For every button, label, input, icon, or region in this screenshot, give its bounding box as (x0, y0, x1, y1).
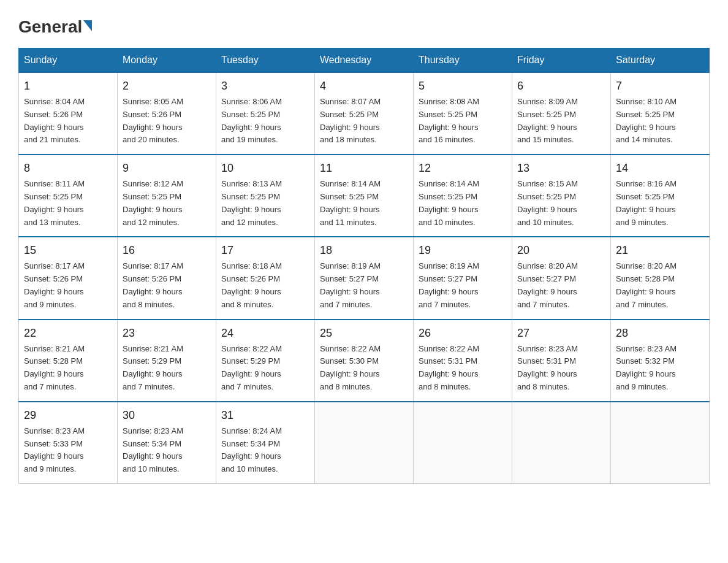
day-info: Sunrise: 8:22 AMSunset: 5:31 PMDaylight:… (419, 343, 507, 394)
day-number: 21 (616, 242, 704, 259)
calendar-day-cell: 1Sunrise: 8:04 AMSunset: 5:26 PMDaylight… (19, 72, 118, 155)
day-info: Sunrise: 8:17 AMSunset: 5:26 PMDaylight:… (123, 260, 211, 311)
day-number: 19 (419, 242, 507, 259)
calendar-day-cell: 12Sunrise: 8:14 AMSunset: 5:25 PMDayligh… (414, 155, 512, 237)
logo: General (18, 18, 92, 36)
calendar-day-cell: 8Sunrise: 8:11 AMSunset: 5:25 PMDaylight… (19, 155, 118, 237)
calendar-day-cell: 4Sunrise: 8:07 AMSunset: 5:25 PMDaylight… (315, 72, 414, 155)
day-info: Sunrise: 8:05 AMSunset: 5:26 PMDaylight:… (123, 96, 211, 147)
calendar-day-cell (512, 402, 611, 484)
calendar-day-cell: 19Sunrise: 8:19 AMSunset: 5:27 PMDayligh… (414, 237, 512, 319)
calendar-day-cell: 9Sunrise: 8:12 AMSunset: 5:25 PMDaylight… (118, 155, 216, 237)
day-info: Sunrise: 8:23 AMSunset: 5:33 PMDaylight:… (24, 425, 112, 476)
calendar-day-cell: 18Sunrise: 8:19 AMSunset: 5:27 PMDayligh… (315, 237, 414, 319)
day-info: Sunrise: 8:09 AMSunset: 5:25 PMDaylight:… (517, 96, 605, 147)
day-number: 14 (616, 160, 704, 177)
calendar-week-row: 22Sunrise: 8:21 AMSunset: 5:28 PMDayligh… (19, 320, 710, 402)
logo-arrow-icon (83, 20, 92, 31)
day-info: Sunrise: 8:04 AMSunset: 5:26 PMDaylight:… (24, 96, 112, 147)
calendar-day-cell: 3Sunrise: 8:06 AMSunset: 5:25 PMDaylight… (216, 72, 315, 155)
day-info: Sunrise: 8:14 AMSunset: 5:25 PMDaylight:… (320, 178, 408, 229)
day-number: 28 (616, 325, 704, 342)
calendar-day-cell: 2Sunrise: 8:05 AMSunset: 5:26 PMDaylight… (118, 72, 216, 155)
day-number: 18 (320, 242, 408, 259)
calendar-week-row: 8Sunrise: 8:11 AMSunset: 5:25 PMDaylight… (19, 155, 710, 237)
day-info: Sunrise: 8:07 AMSunset: 5:25 PMDaylight:… (320, 96, 408, 147)
day-number: 27 (517, 325, 605, 342)
day-number: 15 (24, 242, 112, 259)
day-info: Sunrise: 8:16 AMSunset: 5:25 PMDaylight:… (616, 178, 704, 229)
calendar-day-cell: 16Sunrise: 8:17 AMSunset: 5:26 PMDayligh… (118, 237, 216, 319)
calendar-day-cell (611, 402, 710, 484)
day-info: Sunrise: 8:19 AMSunset: 5:27 PMDaylight:… (419, 260, 507, 311)
day-number: 6 (517, 78, 605, 94)
calendar-week-row: 1Sunrise: 8:04 AMSunset: 5:26 PMDaylight… (19, 72, 710, 155)
day-info: Sunrise: 8:10 AMSunset: 5:25 PMDaylight:… (616, 96, 704, 147)
day-info: Sunrise: 8:23 AMSunset: 5:34 PMDaylight:… (123, 425, 211, 476)
day-number: 25 (320, 325, 408, 342)
calendar-day-cell: 20Sunrise: 8:20 AMSunset: 5:27 PMDayligh… (512, 237, 611, 319)
day-info: Sunrise: 8:24 AMSunset: 5:34 PMDaylight:… (221, 425, 309, 476)
calendar-header-row: SundayMondayTuesdayWednesdayThursdayFrid… (19, 48, 710, 73)
calendar-day-cell (315, 402, 414, 484)
header-sunday: Sunday (19, 48, 118, 73)
day-number: 7 (616, 78, 704, 94)
day-info: Sunrise: 8:19 AMSunset: 5:27 PMDaylight:… (320, 260, 408, 311)
calendar-week-row: 29Sunrise: 8:23 AMSunset: 5:33 PMDayligh… (19, 402, 710, 484)
calendar-day-cell: 25Sunrise: 8:22 AMSunset: 5:30 PMDayligh… (315, 320, 414, 402)
day-info: Sunrise: 8:18 AMSunset: 5:26 PMDaylight:… (221, 260, 309, 311)
calendar-day-cell: 26Sunrise: 8:22 AMSunset: 5:31 PMDayligh… (414, 320, 512, 402)
header-monday: Monday (118, 48, 216, 73)
logo-general: General (18, 18, 92, 36)
calendar-day-cell: 10Sunrise: 8:13 AMSunset: 5:25 PMDayligh… (216, 155, 315, 237)
calendar-day-cell: 13Sunrise: 8:15 AMSunset: 5:25 PMDayligh… (512, 155, 611, 237)
calendar-day-cell: 17Sunrise: 8:18 AMSunset: 5:26 PMDayligh… (216, 237, 315, 319)
day-info: Sunrise: 8:23 AMSunset: 5:31 PMDaylight:… (517, 343, 605, 394)
calendar-table: SundayMondayTuesdayWednesdayThursdayFrid… (18, 48, 710, 484)
day-info: Sunrise: 8:20 AMSunset: 5:27 PMDaylight:… (517, 260, 605, 311)
day-number: 16 (123, 242, 211, 259)
day-number: 11 (320, 160, 408, 177)
calendar-day-cell: 30Sunrise: 8:23 AMSunset: 5:34 PMDayligh… (118, 402, 216, 484)
day-info: Sunrise: 8:20 AMSunset: 5:28 PMDaylight:… (616, 260, 704, 311)
day-number: 10 (221, 160, 309, 177)
day-number: 26 (419, 325, 507, 342)
calendar-day-cell: 6Sunrise: 8:09 AMSunset: 5:25 PMDaylight… (512, 72, 611, 155)
calendar-day-cell: 23Sunrise: 8:21 AMSunset: 5:29 PMDayligh… (118, 320, 216, 402)
day-info: Sunrise: 8:08 AMSunset: 5:25 PMDaylight:… (419, 96, 507, 147)
day-number: 24 (221, 325, 309, 342)
header-wednesday: Wednesday (315, 48, 414, 73)
day-number: 31 (221, 407, 309, 424)
day-number: 17 (221, 242, 309, 259)
day-info: Sunrise: 8:06 AMSunset: 5:25 PMDaylight:… (221, 96, 309, 147)
page-header: General (18, 18, 710, 36)
calendar-day-cell: 14Sunrise: 8:16 AMSunset: 5:25 PMDayligh… (611, 155, 710, 237)
calendar-day-cell: 5Sunrise: 8:08 AMSunset: 5:25 PMDaylight… (414, 72, 512, 155)
calendar-day-cell: 28Sunrise: 8:23 AMSunset: 5:32 PMDayligh… (611, 320, 710, 402)
day-info: Sunrise: 8:21 AMSunset: 5:29 PMDaylight:… (123, 343, 211, 394)
calendar-day-cell: 31Sunrise: 8:24 AMSunset: 5:34 PMDayligh… (216, 402, 315, 484)
calendar-day-cell (414, 402, 512, 484)
day-number: 4 (320, 78, 408, 94)
day-info: Sunrise: 8:12 AMSunset: 5:25 PMDaylight:… (123, 178, 211, 229)
calendar-day-cell: 29Sunrise: 8:23 AMSunset: 5:33 PMDayligh… (19, 402, 118, 484)
day-info: Sunrise: 8:22 AMSunset: 5:30 PMDaylight:… (320, 343, 408, 394)
day-number: 30 (123, 407, 211, 424)
day-number: 9 (123, 160, 211, 177)
calendar-day-cell: 7Sunrise: 8:10 AMSunset: 5:25 PMDaylight… (611, 72, 710, 155)
day-info: Sunrise: 8:11 AMSunset: 5:25 PMDaylight:… (24, 178, 112, 229)
day-number: 2 (123, 78, 211, 94)
calendar-day-cell: 24Sunrise: 8:22 AMSunset: 5:29 PMDayligh… (216, 320, 315, 402)
day-info: Sunrise: 8:23 AMSunset: 5:32 PMDaylight:… (616, 343, 704, 394)
day-info: Sunrise: 8:22 AMSunset: 5:29 PMDaylight:… (221, 343, 309, 394)
day-info: Sunrise: 8:14 AMSunset: 5:25 PMDaylight:… (419, 178, 507, 229)
day-number: 1 (24, 78, 112, 94)
day-info: Sunrise: 8:21 AMSunset: 5:28 PMDaylight:… (24, 343, 112, 394)
day-number: 12 (419, 160, 507, 177)
day-number: 29 (24, 407, 112, 424)
day-number: 13 (517, 160, 605, 177)
day-number: 3 (221, 78, 309, 94)
calendar-day-cell: 27Sunrise: 8:23 AMSunset: 5:31 PMDayligh… (512, 320, 611, 402)
day-info: Sunrise: 8:17 AMSunset: 5:26 PMDaylight:… (24, 260, 112, 311)
day-number: 23 (123, 325, 211, 342)
